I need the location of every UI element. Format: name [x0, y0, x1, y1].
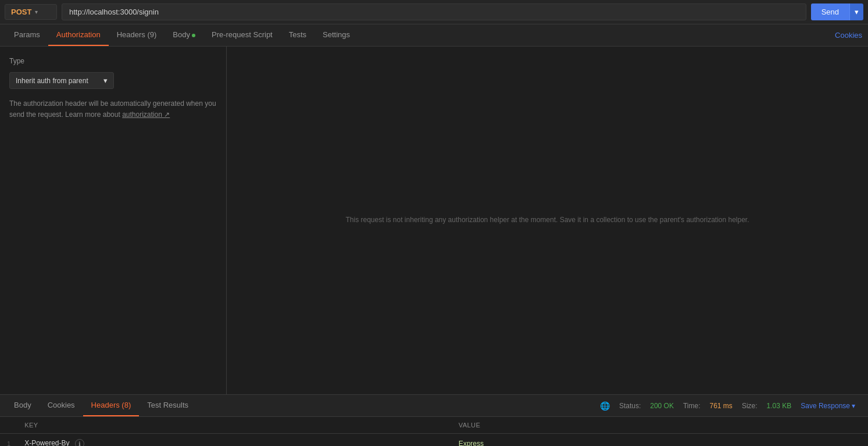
method-label: POST [11, 8, 31, 16]
bottom-section: Body Cookies Headers (8) Test Results 🌐 … [0, 394, 868, 446]
response-tab-body[interactable]: Body [6, 395, 40, 416]
time-label: Time: [683, 402, 701, 410]
status-value: 200 OK [650, 402, 674, 410]
globe-icon: 🌐 [600, 401, 610, 411]
table-row: 1 X-Powered-By ℹ Express [0, 434, 868, 447]
auth-description: The authorization header will be automat… [9, 98, 217, 120]
response-tab-test-results[interactable]: Test Results [139, 395, 197, 416]
type-label: Type [9, 57, 217, 65]
size-value: 1.03 KB [767, 402, 792, 410]
size-label: Size: [742, 402, 758, 410]
inherit-message: This request is not inheriting any autho… [345, 215, 749, 226]
tab-authorization[interactable]: Authorization [48, 24, 109, 46]
auth-left-panel: Type Inherit auth from parent ▾ The auth… [0, 47, 227, 394]
tab-body[interactable]: Body [165, 24, 203, 46]
status-label: Status: [619, 402, 641, 410]
auth-type-arrow: ▾ [103, 76, 108, 85]
tab-params[interactable]: Params [6, 24, 48, 46]
send-dropdown-button[interactable]: ▾ [849, 3, 863, 20]
save-response-arrow: ▾ [852, 402, 855, 410]
tab-settings[interactable]: Settings [315, 24, 358, 46]
info-icon[interactable]: ℹ [75, 439, 84, 446]
request-tabs-bar: Params Authorization Headers (9) Body Pr… [0, 24, 868, 47]
tab-pre-request-script[interactable]: Pre-request Script [203, 24, 281, 46]
auth-type-value: Inherit auth from parent [16, 77, 100, 85]
response-tab-cookies[interactable]: Cookies [40, 395, 83, 416]
url-input[interactable] [62, 3, 806, 20]
headers-table: KEY VALUE 1 X-Powered-By ℹ Express 2 Acc… [0, 417, 868, 446]
method-dropdown-arrow: ▾ [35, 9, 38, 15]
header-key: X-Powered-By ℹ [17, 434, 452, 447]
tab-headers[interactable]: Headers (9) [109, 24, 165, 46]
header-value: Express [452, 434, 868, 447]
method-selector[interactable]: POST ▾ [5, 4, 57, 20]
response-tab-headers[interactable]: Headers (8) [83, 395, 140, 416]
authorization-link[interactable]: authorization ↗ [122, 110, 170, 119]
send-group: Send ▾ [811, 3, 863, 20]
col-key-header: KEY [17, 417, 452, 434]
auth-type-selector[interactable]: Inherit auth from parent ▾ [9, 72, 114, 89]
auth-right-panel: This request is not inheriting any autho… [227, 47, 868, 394]
col-num-header [0, 417, 17, 434]
row-number: 1 [0, 434, 17, 447]
cookies-link[interactable]: Cookies [835, 25, 862, 45]
response-tabs-bar: Body Cookies Headers (8) Test Results 🌐 … [0, 395, 868, 417]
status-bar: 🌐 Status: 200 OK Time: 761 ms Size: 1.03… [593, 401, 862, 411]
tab-tests[interactable]: Tests [281, 24, 315, 46]
headers-table-container: KEY VALUE 1 X-Powered-By ℹ Express 2 Acc… [0, 417, 868, 446]
top-bar: POST ▾ Send ▾ [0, 0, 868, 24]
send-button[interactable]: Send [811, 3, 849, 20]
time-value: 761 ms [710, 402, 733, 410]
col-value-header: VALUE [452, 417, 868, 434]
body-dot [192, 34, 195, 37]
main-content-area: Type Inherit auth from parent ▾ The auth… [0, 47, 868, 394]
save-response-button[interactable]: Save Response ▾ [801, 402, 855, 410]
